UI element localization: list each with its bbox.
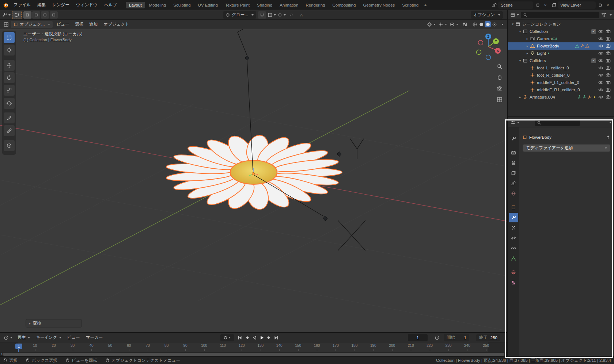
outliner-row-light[interactable]: ▸ Light (508, 50, 614, 57)
viewport-canvas[interactable]: ユーザー・透視投影 (ローカル) (1) Collection | Flower… (0, 29, 507, 332)
tab-physics[interactable] (509, 233, 518, 243)
eye-icon[interactable] (598, 80, 603, 85)
timeline-menu-item[interactable]: マーカー (83, 335, 106, 340)
region-expand-arrow[interactable]: ‹ (1, 351, 3, 356)
disclosure-icon[interactable]: ▸ (525, 44, 530, 48)
play-reverse-button[interactable] (251, 334, 258, 341)
outliner-row-scene-collection[interactable]: ▾ シーンコレクション (508, 20, 614, 28)
eye-icon[interactable] (598, 51, 603, 56)
outliner-row-flowerbody[interactable]: ▸ FlowerBody (508, 42, 614, 50)
shading-material-button[interactable] (485, 21, 491, 27)
outliner-row-armature[interactable]: ▸ Armature.004 (508, 93, 614, 101)
jump-to-start-button[interactable] (236, 334, 243, 341)
camera-view-button[interactable] (496, 84, 504, 92)
tool-annotate[interactable] (4, 112, 15, 123)
snap-toggle-button[interactable] (258, 11, 266, 19)
render-camera-icon[interactable] (606, 80, 611, 85)
disclosure-icon[interactable]: ▸ (525, 37, 530, 41)
menu-item[interactable]: ヘルプ (101, 0, 120, 10)
workspace-tab[interactable]: Layout (126, 2, 145, 8)
eye-icon[interactable] (598, 58, 603, 63)
render-camera-icon[interactable] (606, 95, 611, 100)
eye-icon[interactable] (598, 43, 603, 49)
workspace-tab[interactable]: Animation (276, 2, 302, 8)
eye-icon[interactable] (598, 95, 603, 100)
timeline-menu-item[interactable]: 再生 (15, 335, 33, 340)
disclosure-icon[interactable]: ▾ (518, 30, 523, 33)
menu-item[interactable]: ファイル (10, 0, 34, 10)
disclosure-icon[interactable]: ▾ (510, 22, 515, 26)
gizmo-negative-z-axis[interactable] (486, 55, 491, 60)
workspace-tab[interactable]: Compositing (329, 2, 359, 8)
auto-key-button[interactable] (220, 334, 234, 341)
outliner-row-collider[interactable]: foot_L_collider_0 (508, 64, 614, 72)
current-frame-field[interactable]: 1 (408, 334, 428, 341)
gizmo-negative-x-axis[interactable] (478, 41, 483, 45)
pin-icon[interactable] (606, 135, 610, 139)
tab-object-data[interactable] (509, 254, 518, 263)
editor-type-button[interactable] (2, 11, 10, 19)
render-camera-icon[interactable] (606, 87, 611, 92)
outliner-row-collider[interactable]: middleF_R1_collider_0 (508, 86, 614, 93)
render-camera-icon[interactable] (606, 73, 611, 78)
scene-name-field[interactable]: Scene (498, 1, 533, 9)
viewport-editor-type-button[interactable] (2, 21, 10, 28)
properties-search-input[interactable] (535, 119, 580, 126)
options-dropdown[interactable]: オプション (471, 11, 503, 19)
tab-view-layer[interactable] (509, 168, 518, 178)
render-camera-icon[interactable] (606, 58, 611, 63)
tool-box-select[interactable] (4, 32, 15, 43)
tool-measure[interactable] (4, 125, 15, 136)
chevron-down-icon[interactable] (610, 14, 612, 16)
render-camera-icon[interactable] (606, 51, 611, 56)
select-mode-subtract-button[interactable] (41, 11, 49, 19)
use-preview-range-button[interactable] (433, 334, 441, 341)
shading-rendered-button[interactable] (491, 21, 497, 27)
unlink-scene-button[interactable]: × (542, 2, 549, 8)
workspace-tab[interactable]: UV Editing (195, 2, 221, 8)
frame-start-field[interactable]: 開始 1 (444, 334, 469, 341)
navigation-gizmo[interactable]: Z Y X (473, 31, 504, 62)
menu-item[interactable]: 編集 (34, 0, 49, 10)
jump-to-end-button[interactable] (273, 334, 280, 341)
remove-view-layer-button[interactable]: × (604, 2, 611, 8)
new-view-layer-button[interactable] (597, 2, 603, 8)
shading-wireframe-button[interactable] (471, 21, 478, 27)
add-modifier-button[interactable]: モディファイアーを追加 (523, 144, 610, 152)
tab-scene[interactable] (509, 179, 518, 188)
menu-item[interactable]: ウィンドウ (73, 0, 101, 10)
select-mode-intersect-button[interactable] (50, 11, 58, 19)
chevron-down-icon[interactable] (609, 122, 611, 123)
render-camera-icon[interactable] (606, 43, 611, 49)
select-mode-extend-button[interactable] (32, 11, 40, 19)
eye-icon[interactable] (598, 65, 603, 70)
workspace-tab[interactable]: Geometry Nodes (360, 2, 398, 8)
viewport-menu-item[interactable]: オブジェクト (101, 22, 132, 27)
workspace-tab[interactable]: Rendering (302, 2, 328, 8)
view-layer-name-field[interactable]: View Layer (558, 1, 596, 9)
connected-only-button[interactable]: ∩ (297, 11, 306, 19)
disclosure-icon[interactable]: ▸ (525, 51, 530, 55)
current-frame-marker[interactable]: 1 (15, 344, 22, 349)
shading-options-chevron-icon[interactable] (501, 24, 504, 25)
next-keyframe-button[interactable] (265, 334, 273, 341)
outliner-row-collider[interactable]: foot_R_collider_0 (508, 72, 614, 79)
eye-icon[interactable] (598, 87, 603, 92)
outliner-row-collider[interactable]: middleF_L1_collider_0 (508, 79, 614, 86)
render-camera-icon[interactable] (606, 29, 611, 34)
eye-icon[interactable] (598, 36, 603, 41)
workspace-tab[interactable]: Modeling (146, 2, 170, 8)
outliner-row-collection[interactable]: ▾ Collection ✓ (508, 28, 614, 35)
active-tool-button[interactable] (12, 11, 22, 19)
proportional-falloff-button[interactable] (288, 11, 296, 19)
eye-icon[interactable] (598, 73, 603, 78)
pan-button[interactable] (496, 73, 504, 81)
outliner-search-input[interactable] (521, 12, 599, 18)
tool-move[interactable] (4, 60, 15, 71)
play-button[interactable] (258, 334, 265, 341)
tab-particles[interactable] (509, 223, 518, 233)
outliner-row-colliders[interactable]: ▾ Colliders ✓ (508, 57, 614, 64)
timeline-editor-type-button[interactable] (2, 335, 14, 340)
selectability-dropdown[interactable] (427, 22, 436, 27)
workspace-tab[interactable]: Scripting (399, 2, 422, 8)
